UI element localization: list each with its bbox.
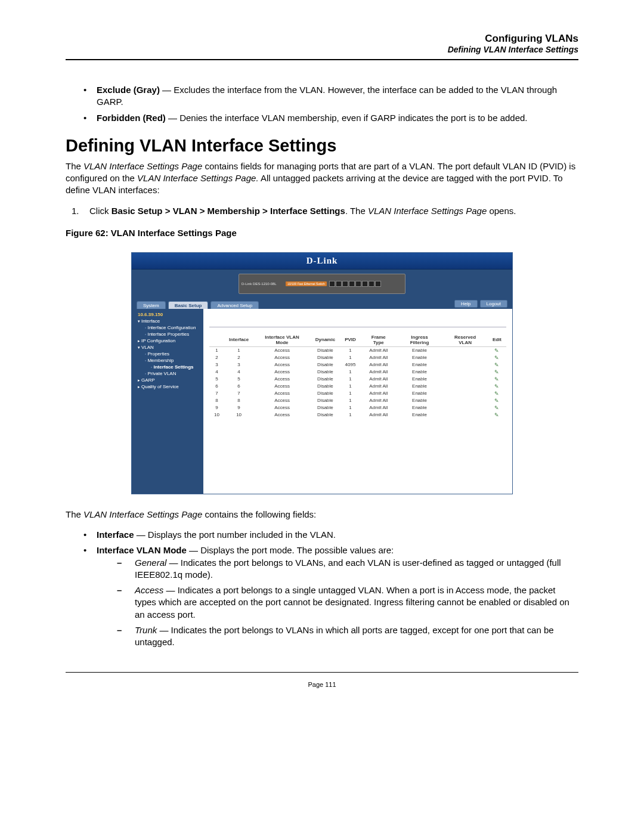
bold-label: Exclude (Gray) [97,85,160,95]
device-mock: D-Link DES-1210-08L 10/100 Fast Ethernet… [239,274,405,294]
table-row: 77AccessDisable1Admit AllEnable✎ [209,390,506,397]
port-icon [362,281,368,287]
sidebar-item[interactable]: Interface [132,318,203,324]
table-row: 55AccessDisable1Admit AllEnable✎ [209,376,506,383]
table-row: 1010AccessDisable1Admit AllEnable✎ [209,411,506,419]
table-cell: Admit All [361,404,397,411]
port-row [329,281,381,287]
sidebar-item[interactable]: Interface Configuration [132,324,203,331]
sidebar-item[interactable]: VLAN [132,344,203,351]
text: — Indicates the port belongs to VLANs in… [135,625,554,647]
logout-button[interactable]: Logout [480,300,507,308]
column-header: Ingress Filtering [397,333,443,347]
sidebar-ip-address[interactable]: 10.6.39.150 [132,311,203,318]
edit-pencil-icon[interactable]: ✎ [494,398,499,404]
bold-label: Forbidden (Red) [97,113,166,123]
table-cell: Disable [311,361,340,368]
table-cell: Enable [397,390,443,397]
table-cell: 1 [340,383,361,390]
table-cell: Disable [311,390,340,397]
figure-caption: Figure 62: VLAN Interface Settings Page [66,228,578,238]
table-cell: ✎ [488,404,506,411]
table-cell: Access [253,354,311,361]
table-cell: Enable [397,376,443,383]
table-cell: 1 [224,346,253,354]
table-cell: ✎ [488,383,506,390]
text: . The [345,206,368,216]
logo-bar: D-Link [132,253,512,270]
edit-pencil-icon[interactable]: ✎ [494,412,499,418]
help-button[interactable]: Help [454,300,477,308]
text: — Indicates the port belongs to VLANs, a… [135,558,561,580]
column-header: Dynamic [311,333,340,347]
column-header: PVID [340,333,361,347]
sidebar-item[interactable]: Quality of Service [132,383,203,390]
table-row: 44AccessDisable1Admit AllEnable✎ [209,368,506,376]
table-cell: Disable [311,376,340,383]
step-1: 1. Click Basic Setup > VLAN > Membership… [72,205,578,217]
table-cell: Access [253,376,311,383]
dash-trunk: Trunk — Indicates the port belongs to VL… [117,624,578,649]
table-cell: 9 [209,404,224,411]
table-cell: 4 [224,368,253,376]
device-image-bar: D-Link DES-1210-08L 10/100 Fast Ethernet… [132,270,512,298]
table-cell: 7 [209,390,224,397]
table-cell [442,361,488,368]
column-header: Reserved VLAN [442,333,488,347]
sidebar-item[interactable]: Interface Settings [132,364,203,370]
edit-pencil-icon[interactable]: ✎ [494,391,499,397]
italic-text: General [135,558,166,568]
tab-basic-setup[interactable]: Basic Setup [168,301,209,309]
table-cell: 3 [209,361,224,368]
sidebar-item[interactable]: Private VLAN [132,370,203,377]
text: contains the following fields: [202,509,316,519]
table-cell: ✎ [488,397,506,404]
table-cell: ✎ [488,346,506,354]
sidebar-item[interactable]: Membership [132,357,203,364]
bullet-text: — Displays the port number included in t… [134,529,336,540]
text: Click [89,206,112,216]
table-cell: 7 [224,390,253,397]
edit-pencil-icon[interactable]: ✎ [494,355,499,361]
tab-advanced-setup[interactable]: Advanced Setup [210,301,259,309]
bullet-text: — Excludes the interface from the VLAN. … [97,85,557,107]
table-cell [442,368,488,376]
sidebar-item[interactable]: IP Configuration [132,337,203,344]
sidebar-item[interactable]: GARP [132,377,203,383]
table-cell: Admit All [361,411,397,419]
edit-pencil-icon[interactable]: ✎ [494,376,499,382]
table-cell: Disable [311,411,340,419]
table-row: 33AccessDisable4095Admit AllEnable✎ [209,361,506,368]
table-cell: Enable [397,354,443,361]
table-cell: Access [253,404,311,411]
device-brand-label: D-Link DES-1210-08L [242,282,283,286]
tab-system[interactable]: System [137,301,166,309]
table-cell: 9 [224,404,253,411]
table-cell: 2 [224,354,253,361]
table-cell: 6 [209,383,224,390]
table-cell: Enable [397,383,443,390]
edit-pencil-icon[interactable]: ✎ [494,383,499,389]
table-cell: Enable [397,346,443,354]
edit-pencil-icon[interactable]: ✎ [494,369,499,375]
edit-pencil-icon[interactable]: ✎ [494,362,499,368]
sidebar-item[interactable]: Properties [132,351,203,357]
table-cell: Disable [311,404,340,411]
table-cell: 5 [209,376,224,383]
table-cell: Access [253,411,311,419]
column-header: Interface VLAN Mode [253,333,311,347]
step-list: 1. Click Basic Setup > VLAN > Membership… [66,205,578,217]
table-cell: ✎ [488,354,506,361]
table-cell: Access [253,368,311,376]
table-cell: Admit All [361,390,397,397]
table-row: 66AccessDisable1Admit AllEnable✎ [209,383,506,390]
table-cell [442,397,488,404]
bullet-exclude: Exclude (Gray) — Excludes the interface … [83,84,578,109]
after-figure-para: The VLAN Interface Settings Page contain… [66,509,578,521]
bold-label: Interface VLAN Mode [97,545,187,555]
edit-pencil-icon[interactable]: ✎ [494,405,499,411]
table-cell: 1 [340,411,361,419]
edit-pencil-icon[interactable]: ✎ [494,348,499,354]
table-cell: 1 [209,346,224,354]
sidebar-item[interactable]: Interface Properties [132,331,203,337]
